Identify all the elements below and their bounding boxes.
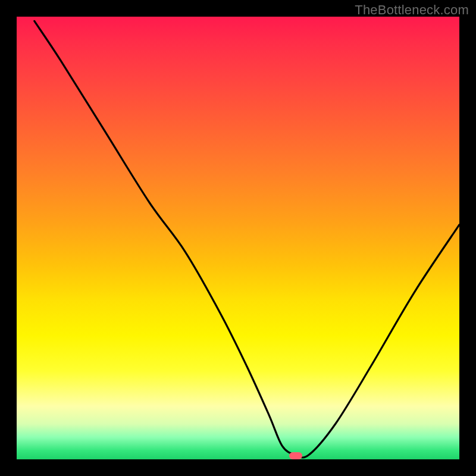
plot-area xyxy=(17,17,459,459)
bottleneck-curve xyxy=(17,17,459,459)
chart-frame: TheBottleneck.com xyxy=(0,0,476,476)
watermark-text: TheBottleneck.com xyxy=(355,2,469,18)
optimum-marker xyxy=(289,452,302,459)
